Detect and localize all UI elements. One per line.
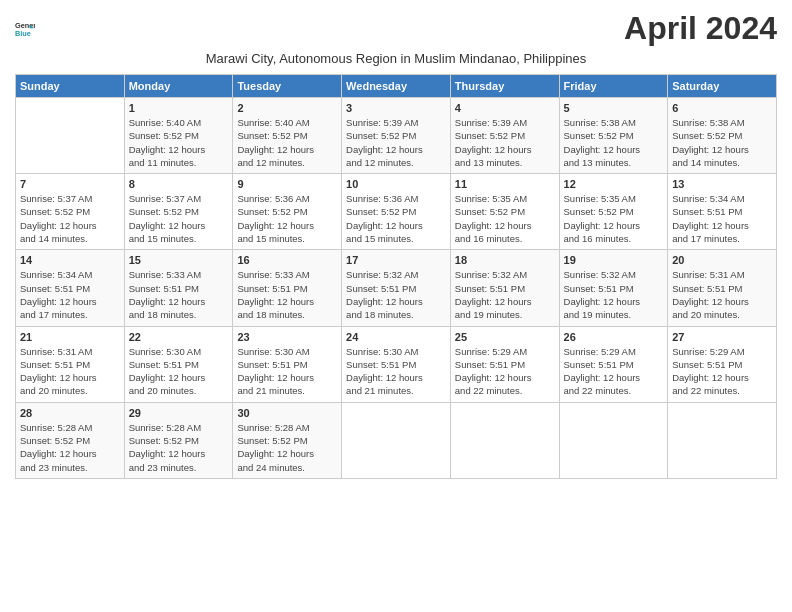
calendar-cell: 5Sunrise: 5:38 AMSunset: 5:52 PMDaylight… — [559, 98, 668, 174]
day-number: 5 — [564, 102, 664, 114]
day-info: Sunrise: 5:32 AMSunset: 5:51 PMDaylight:… — [455, 268, 555, 321]
day-number: 2 — [237, 102, 337, 114]
day-info: Sunrise: 5:31 AMSunset: 5:51 PMDaylight:… — [672, 268, 772, 321]
day-header-sunday: Sunday — [16, 75, 125, 98]
subtitle: Marawi City, Autonomous Region in Muslim… — [15, 51, 777, 66]
month-title: April 2024 — [624, 10, 777, 47]
day-info: Sunrise: 5:37 AMSunset: 5:52 PMDaylight:… — [20, 192, 120, 245]
day-number: 4 — [455, 102, 555, 114]
calendar-cell: 7Sunrise: 5:37 AMSunset: 5:52 PMDaylight… — [16, 174, 125, 250]
day-number: 9 — [237, 178, 337, 190]
calendar-cell: 15Sunrise: 5:33 AMSunset: 5:51 PMDayligh… — [124, 250, 233, 326]
day-info: Sunrise: 5:36 AMSunset: 5:52 PMDaylight:… — [346, 192, 446, 245]
calendar-cell: 28Sunrise: 5:28 AMSunset: 5:52 PMDayligh… — [16, 402, 125, 478]
day-number: 22 — [129, 331, 229, 343]
day-info: Sunrise: 5:32 AMSunset: 5:51 PMDaylight:… — [346, 268, 446, 321]
day-number: 12 — [564, 178, 664, 190]
calendar-week-1: 1Sunrise: 5:40 AMSunset: 5:52 PMDaylight… — [16, 98, 777, 174]
calendar-cell: 23Sunrise: 5:30 AMSunset: 5:51 PMDayligh… — [233, 326, 342, 402]
day-info: Sunrise: 5:38 AMSunset: 5:52 PMDaylight:… — [672, 116, 772, 169]
day-number: 29 — [129, 407, 229, 419]
day-header-thursday: Thursday — [450, 75, 559, 98]
calendar-cell: 1Sunrise: 5:40 AMSunset: 5:52 PMDaylight… — [124, 98, 233, 174]
calendar-cell: 20Sunrise: 5:31 AMSunset: 5:51 PMDayligh… — [668, 250, 777, 326]
day-info: Sunrise: 5:29 AMSunset: 5:51 PMDaylight:… — [564, 345, 664, 398]
day-info: Sunrise: 5:28 AMSunset: 5:52 PMDaylight:… — [129, 421, 229, 474]
calendar-cell: 19Sunrise: 5:32 AMSunset: 5:51 PMDayligh… — [559, 250, 668, 326]
day-info: Sunrise: 5:30 AMSunset: 5:51 PMDaylight:… — [129, 345, 229, 398]
day-info: Sunrise: 5:32 AMSunset: 5:51 PMDaylight:… — [564, 268, 664, 321]
calendar-cell: 14Sunrise: 5:34 AMSunset: 5:51 PMDayligh… — [16, 250, 125, 326]
day-number: 7 — [20, 178, 120, 190]
calendar-cell: 29Sunrise: 5:28 AMSunset: 5:52 PMDayligh… — [124, 402, 233, 478]
calendar-cell: 12Sunrise: 5:35 AMSunset: 5:52 PMDayligh… — [559, 174, 668, 250]
calendar-cell: 13Sunrise: 5:34 AMSunset: 5:51 PMDayligh… — [668, 174, 777, 250]
calendar-cell: 10Sunrise: 5:36 AMSunset: 5:52 PMDayligh… — [342, 174, 451, 250]
svg-text:Blue: Blue — [15, 29, 31, 38]
calendar-cell: 25Sunrise: 5:29 AMSunset: 5:51 PMDayligh… — [450, 326, 559, 402]
day-number: 1 — [129, 102, 229, 114]
day-info: Sunrise: 5:40 AMSunset: 5:52 PMDaylight:… — [237, 116, 337, 169]
day-number: 18 — [455, 254, 555, 266]
day-info: Sunrise: 5:35 AMSunset: 5:52 PMDaylight:… — [455, 192, 555, 245]
calendar-cell: 3Sunrise: 5:39 AMSunset: 5:52 PMDaylight… — [342, 98, 451, 174]
calendar-cell: 4Sunrise: 5:39 AMSunset: 5:52 PMDaylight… — [450, 98, 559, 174]
day-number: 28 — [20, 407, 120, 419]
calendar-cell: 2Sunrise: 5:40 AMSunset: 5:52 PMDaylight… — [233, 98, 342, 174]
calendar-cell: 30Sunrise: 5:28 AMSunset: 5:52 PMDayligh… — [233, 402, 342, 478]
day-number: 30 — [237, 407, 337, 419]
day-number: 27 — [672, 331, 772, 343]
day-info: Sunrise: 5:33 AMSunset: 5:51 PMDaylight:… — [129, 268, 229, 321]
calendar-cell — [342, 402, 451, 478]
day-number: 13 — [672, 178, 772, 190]
day-number: 8 — [129, 178, 229, 190]
calendar-cell: 6Sunrise: 5:38 AMSunset: 5:52 PMDaylight… — [668, 98, 777, 174]
header: General Blue April 2024 — [15, 10, 777, 47]
day-info: Sunrise: 5:34 AMSunset: 5:51 PMDaylight:… — [20, 268, 120, 321]
day-header-friday: Friday — [559, 75, 668, 98]
calendar-cell: 22Sunrise: 5:30 AMSunset: 5:51 PMDayligh… — [124, 326, 233, 402]
day-header-monday: Monday — [124, 75, 233, 98]
day-number: 19 — [564, 254, 664, 266]
day-info: Sunrise: 5:37 AMSunset: 5:52 PMDaylight:… — [129, 192, 229, 245]
day-number: 21 — [20, 331, 120, 343]
day-number: 16 — [237, 254, 337, 266]
day-info: Sunrise: 5:35 AMSunset: 5:52 PMDaylight:… — [564, 192, 664, 245]
calendar-table: SundayMondayTuesdayWednesdayThursdayFrid… — [15, 74, 777, 479]
day-number: 15 — [129, 254, 229, 266]
calendar-cell: 9Sunrise: 5:36 AMSunset: 5:52 PMDaylight… — [233, 174, 342, 250]
calendar-cell: 11Sunrise: 5:35 AMSunset: 5:52 PMDayligh… — [450, 174, 559, 250]
logo-icon: General Blue — [15, 19, 35, 39]
day-number: 3 — [346, 102, 446, 114]
day-header-tuesday: Tuesday — [233, 75, 342, 98]
calendar-cell: 8Sunrise: 5:37 AMSunset: 5:52 PMDaylight… — [124, 174, 233, 250]
day-info: Sunrise: 5:39 AMSunset: 5:52 PMDaylight:… — [455, 116, 555, 169]
calendar-week-4: 21Sunrise: 5:31 AMSunset: 5:51 PMDayligh… — [16, 326, 777, 402]
calendar-cell: 26Sunrise: 5:29 AMSunset: 5:51 PMDayligh… — [559, 326, 668, 402]
calendar-cell: 16Sunrise: 5:33 AMSunset: 5:51 PMDayligh… — [233, 250, 342, 326]
day-info: Sunrise: 5:30 AMSunset: 5:51 PMDaylight:… — [237, 345, 337, 398]
calendar-cell: 18Sunrise: 5:32 AMSunset: 5:51 PMDayligh… — [450, 250, 559, 326]
day-number: 17 — [346, 254, 446, 266]
day-number: 23 — [237, 331, 337, 343]
calendar-cell: 24Sunrise: 5:30 AMSunset: 5:51 PMDayligh… — [342, 326, 451, 402]
day-info: Sunrise: 5:28 AMSunset: 5:52 PMDaylight:… — [237, 421, 337, 474]
day-number: 25 — [455, 331, 555, 343]
calendar-week-3: 14Sunrise: 5:34 AMSunset: 5:51 PMDayligh… — [16, 250, 777, 326]
day-info: Sunrise: 5:39 AMSunset: 5:52 PMDaylight:… — [346, 116, 446, 169]
day-number: 10 — [346, 178, 446, 190]
day-info: Sunrise: 5:33 AMSunset: 5:51 PMDaylight:… — [237, 268, 337, 321]
day-number: 14 — [20, 254, 120, 266]
day-info: Sunrise: 5:34 AMSunset: 5:51 PMDaylight:… — [672, 192, 772, 245]
day-info: Sunrise: 5:36 AMSunset: 5:52 PMDaylight:… — [237, 192, 337, 245]
calendar-header-row: SundayMondayTuesdayWednesdayThursdayFrid… — [16, 75, 777, 98]
logo: General Blue — [15, 19, 35, 39]
calendar-cell — [668, 402, 777, 478]
day-info: Sunrise: 5:31 AMSunset: 5:51 PMDaylight:… — [20, 345, 120, 398]
day-header-wednesday: Wednesday — [342, 75, 451, 98]
calendar-cell — [450, 402, 559, 478]
calendar-cell: 17Sunrise: 5:32 AMSunset: 5:51 PMDayligh… — [342, 250, 451, 326]
day-header-saturday: Saturday — [668, 75, 777, 98]
day-info: Sunrise: 5:28 AMSunset: 5:52 PMDaylight:… — [20, 421, 120, 474]
day-info: Sunrise: 5:29 AMSunset: 5:51 PMDaylight:… — [455, 345, 555, 398]
